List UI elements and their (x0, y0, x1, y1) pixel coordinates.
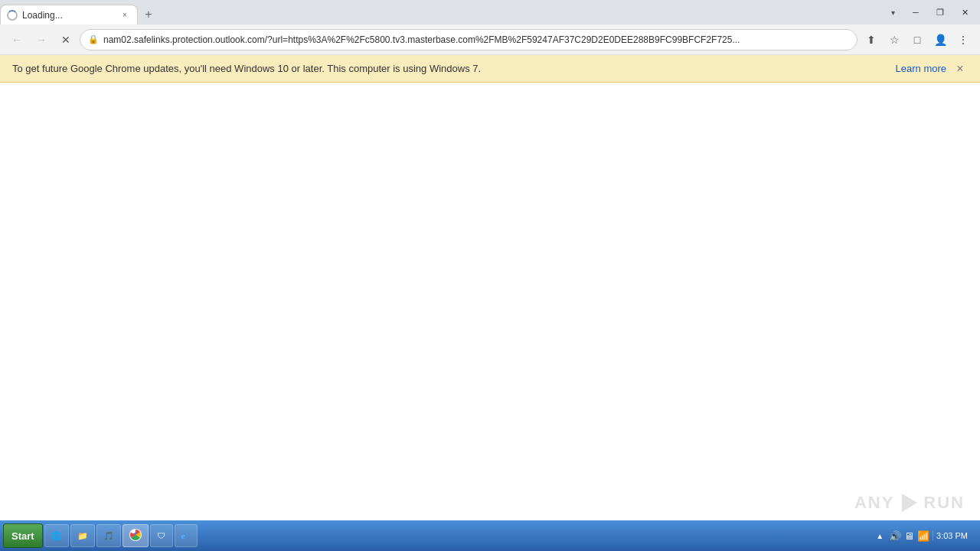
window-controls: ─ ❐ ✕ (903, 0, 980, 24)
share-button[interactable]: ⬆ (861, 29, 882, 51)
tab-title: Loading... (22, 10, 114, 21)
taskbar-item-ie[interactable]: 🌐 (44, 524, 69, 547)
bookmark-button[interactable]: ☆ (884, 29, 905, 51)
restore-button[interactable]: ❐ (928, 0, 952, 24)
show-hidden-icons-button[interactable]: ▲ (874, 532, 886, 540)
volume-icon[interactable]: 🔊 (889, 530, 901, 542)
minimize-button[interactable]: ─ (903, 0, 928, 24)
system-clock[interactable]: 3:03 PM (933, 530, 971, 541)
learn-more-link[interactable]: Learn more (896, 63, 946, 74)
chrome-icon (129, 529, 142, 543)
ie-icon: 🌐 (51, 531, 62, 541)
url-text: nam02.safelinks.protection.outlook.com/?… (103, 34, 849, 45)
title-bar: Loading... × + ▾ ─ ❐ ✕ (0, 0, 980, 24)
taskbar: Start 🌐 📁 🎵 🛡 e ▲ 🔊 (0, 520, 980, 551)
media-icon: 🎵 (103, 531, 114, 541)
new-tab-button[interactable]: + (138, 5, 159, 24)
taskbar-item-media[interactable]: 🎵 (96, 524, 121, 547)
info-bar-message: To get future Google Chrome updates, you… (12, 63, 887, 74)
taskbar-item-antivirus[interactable]: 🛡 (150, 524, 173, 547)
clock-time: 3:03 PM (936, 530, 968, 541)
taskbar-item-explorer[interactable]: 📁 (70, 524, 95, 547)
info-bar: To get future Google Chrome updates, you… (0, 55, 980, 83)
loading-spinner (7, 10, 18, 21)
explorer-icon: 📁 (77, 531, 88, 541)
network-icon[interactable]: 📶 (917, 530, 929, 542)
page-content (0, 83, 980, 520)
toolbar: ← → ✕ 🔒 nam02.safelinks.protection.outlo… (0, 24, 980, 55)
tab-list-button[interactable]: ▾ (882, 0, 903, 24)
system-tray: ▲ 🔊 🖥 📶 3:03 PM (867, 530, 977, 542)
menu-button[interactable]: ⋮ (952, 29, 974, 51)
antivirus-icon: 🛡 (157, 531, 165, 540)
account-button[interactable]: 👤 (929, 29, 951, 51)
close-button[interactable]: ✕ (952, 0, 977, 24)
address-bar[interactable]: 🔒 nam02.safelinks.protection.outlook.com… (80, 29, 858, 51)
back-button[interactable]: ← (6, 29, 28, 51)
taskbar-item-chrome[interactable] (122, 524, 149, 547)
display-icon[interactable]: 🖥 (904, 530, 914, 542)
reload-button[interactable]: ✕ (55, 29, 77, 51)
start-button[interactable]: Start (3, 523, 43, 548)
extensions-button[interactable]: □ (906, 29, 928, 51)
info-bar-close-button[interactable]: × (952, 61, 968, 77)
tab-strip: Loading... × + (0, 0, 882, 24)
security-icon: 🔒 (88, 34, 99, 44)
active-tab[interactable]: Loading... × (0, 5, 138, 24)
forward-button[interactable]: → (31, 29, 52, 51)
toolbar-right: ⬆ ☆ □ 👤 ⋮ (861, 29, 974, 51)
tab-close-button[interactable]: × (119, 9, 131, 21)
start-label: Start (11, 530, 34, 542)
taskbar-item-edge[interactable]: e (175, 524, 198, 547)
edge-icon: e (181, 531, 185, 540)
